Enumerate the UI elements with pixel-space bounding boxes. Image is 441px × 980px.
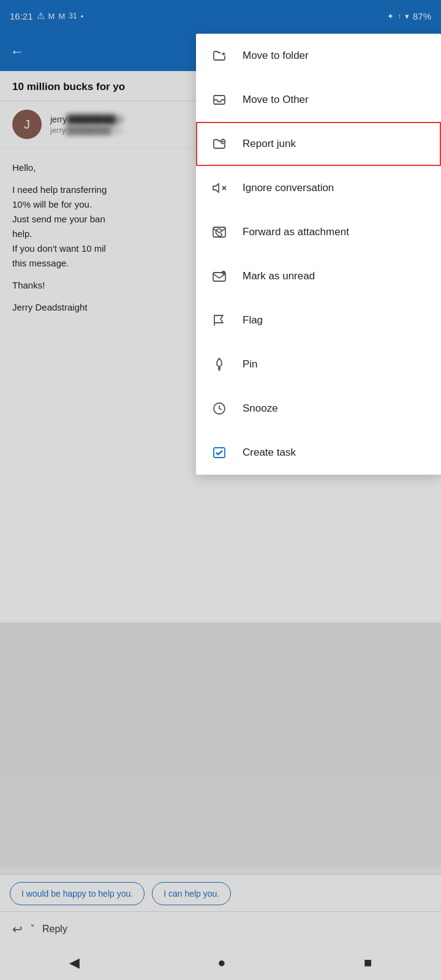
menu-label-mark-as-unread: Mark as unread <box>243 270 315 282</box>
menu-item-report-junk[interactable]: Report junk <box>196 122 441 166</box>
menu-item-create-task[interactable]: Create task <box>196 431 441 475</box>
menu-label-snooze: Snooze <box>243 402 278 415</box>
menu-label-ignore-conversation: Ignore conversation <box>243 182 334 194</box>
mail-attachment-icon <box>211 224 228 241</box>
mute-icon <box>211 179 228 197</box>
svg-marker-6 <box>213 184 219 192</box>
flag-icon <box>211 312 228 329</box>
dropdown-menu: Move to folder Move to Other Report junk <box>196 34 441 475</box>
folder-move-icon <box>211 47 228 64</box>
check-task-icon <box>211 444 228 461</box>
folder-block-icon <box>211 135 228 153</box>
svg-point-11 <box>222 271 225 274</box>
menu-label-move-to-other: Move to Other <box>243 94 309 106</box>
menu-label-pin: Pin <box>243 358 258 371</box>
pin-icon <box>211 356 228 373</box>
menu-label-create-task: Create task <box>243 447 296 459</box>
menu-label-forward-as-attachment: Forward as attachment <box>243 226 349 238</box>
menu-item-move-to-folder[interactable]: Move to folder <box>196 34 441 78</box>
menu-item-snooze[interactable]: Snooze <box>196 386 441 431</box>
mail-unread-icon <box>211 268 228 285</box>
inbox-move-icon <box>211 91 228 108</box>
menu-item-forward-as-attachment[interactable]: Forward as attachment <box>196 210 441 254</box>
menu-item-move-to-other[interactable]: Move to Other <box>196 78 441 122</box>
menu-item-ignore-conversation[interactable]: Ignore conversation <box>196 166 441 210</box>
menu-item-pin[interactable]: Pin <box>196 342 441 386</box>
menu-item-mark-as-unread[interactable]: Mark as unread <box>196 254 441 298</box>
menu-item-flag[interactable]: Flag <box>196 298 441 342</box>
menu-label-flag: Flag <box>243 314 263 326</box>
menu-label-report-junk: Report junk <box>243 138 296 150</box>
clock-icon <box>211 400 228 417</box>
menu-label-move-to-folder: Move to folder <box>243 50 309 62</box>
